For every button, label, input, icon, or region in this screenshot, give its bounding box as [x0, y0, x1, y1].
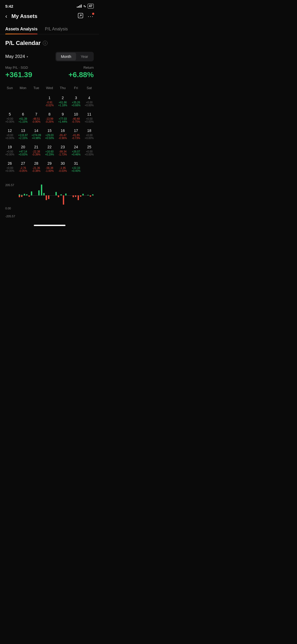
cell-percentage: +0.00% — [5, 169, 14, 172]
calendar-cell[interactable]: 21-22.38-0.39% — [30, 143, 43, 159]
cell-amount: -56.38 — [46, 167, 53, 169]
bar-group — [26, 183, 28, 210]
cell-day-number: 22 — [48, 145, 52, 149]
bar-group — [82, 183, 84, 210]
bar-group — [80, 183, 82, 210]
bar-group — [75, 183, 77, 210]
bar-group — [58, 183, 59, 210]
cell-percentage: +4.98% — [32, 137, 41, 140]
cell-day-number: 6 — [22, 112, 24, 116]
controls-row: May 2024 ▾ Month Year — [0, 52, 99, 66]
calendar-cell[interactable]: 12+0.00+0.00% — [3, 126, 16, 143]
month-selector[interactable]: May 2024 ▾ — [5, 54, 28, 59]
cell-percentage: +0.29% — [45, 153, 54, 156]
calendar-cell[interactable]: 2+61.86+1.18% — [56, 94, 69, 110]
bar-positive — [41, 185, 42, 195]
month-toggle[interactable]: Month — [56, 53, 76, 61]
calendar-cell[interactable]: 23-99.34-1.73% — [56, 143, 69, 159]
calendar-header: SunMonTueWedThuFriSat — [3, 84, 96, 91]
bar-negative — [90, 195, 91, 197]
cell-day-number: 2 — [62, 96, 64, 100]
calendar-cell[interactable]: 15+29.03+0.50% — [43, 126, 56, 143]
calendar-cell[interactable]: 4+0.00+0.00% — [83, 94, 96, 110]
calendar-cell[interactable]: 8-13.99-0.26% — [43, 110, 56, 126]
calendar-cell[interactable]: 27-2.76-0.05% — [16, 159, 30, 176]
export-icon[interactable] — [78, 13, 83, 20]
cell-day-number: 13 — [21, 128, 25, 133]
tab-pl-analysis[interactable]: P/L Analysis — [45, 24, 68, 34]
cell-day-number: 8 — [49, 112, 51, 116]
cell-day-number: 20 — [21, 145, 25, 149]
tab-assets-analysis[interactable]: Assets Analysis — [5, 24, 37, 34]
calendar-cell[interactable]: 3+35.26+0.66% — [69, 94, 83, 110]
calendar-grid: 1-0.91-0.02%2+61.86+1.18%3+35.26+0.66%4+… — [3, 94, 96, 176]
pl-summary: May P/L · SGD +361.39 Return +6.88% — [0, 66, 99, 84]
bar-negative — [63, 195, 64, 205]
notification-dot — [92, 13, 94, 15]
home-indicator — [34, 225, 65, 226]
calendar-cell[interactable]: 5+0.00+0.00% — [3, 110, 16, 126]
cell-day-number: 28 — [34, 161, 39, 165]
cell-percentage: -0.96% — [59, 137, 67, 140]
calendar-cell[interactable]: 29-56.38-1.00% — [43, 159, 56, 176]
bar-group — [55, 183, 57, 210]
bar-group — [21, 183, 23, 210]
cell-amount: +61.39 — [19, 117, 27, 120]
calendar-cell[interactable]: 17-41.85-0.73% — [69, 126, 83, 143]
calendar-cell[interactable]: 7-48.51-0.90% — [30, 110, 43, 126]
cell-day-number: 16 — [61, 128, 65, 133]
calendar-cell[interactable]: 30-1.95-0.03% — [56, 159, 69, 176]
calendar-cell[interactable]: 11+0.00+0.00% — [83, 110, 96, 126]
bar-group — [60, 183, 62, 210]
pl-value: +361.39 — [5, 71, 32, 79]
cell-amount: +274.09 — [31, 134, 41, 137]
cell-amount: +47.14 — [19, 150, 27, 153]
info-icon[interactable]: i — [43, 41, 48, 45]
cell-day-number: 25 — [87, 145, 91, 149]
battery-indicator: 47 — [88, 4, 94, 8]
calendar-cell[interactable]: 6+61.39+1.15% — [16, 110, 30, 126]
calendar-cell[interactable]: 26+0.00+0.00% — [3, 159, 16, 176]
calendar-cell[interactable]: 24+26.07+0.46% — [69, 143, 83, 159]
cell-amount: -2.76 — [20, 167, 26, 169]
bar-negative — [75, 195, 76, 197]
more-icon[interactable]: ··· — [88, 13, 94, 19]
cell-amount: +0.00 — [86, 117, 92, 120]
calendar-cell[interactable]: 18+0.00+0.00% — [83, 126, 96, 143]
cell-amount: +0.00 — [86, 150, 92, 153]
bar-group — [53, 183, 55, 210]
calendar-cell[interactable]: 1-0.91-0.02% — [43, 94, 56, 110]
bar-group — [72, 183, 74, 210]
cell-amount: -21.36 — [32, 167, 40, 169]
calendar-cell[interactable]: 19+0.00+0.00% — [3, 143, 16, 159]
year-toggle[interactable]: Year — [76, 53, 93, 61]
page-title: My Assets — [11, 13, 37, 19]
cell-day-number: 5 — [9, 112, 11, 116]
calendar-cell[interactable]: 16-55.47-0.96% — [56, 126, 69, 143]
calendar-cell[interactable]: 9+77.03+1.44% — [56, 110, 69, 126]
calendar-cell[interactable]: 14+274.09+4.98% — [30, 126, 43, 143]
bar-negative — [48, 195, 49, 199]
calendar-cell[interactable]: 20+47.14+0.83% — [16, 143, 30, 159]
calendar-cell[interactable]: 13+115.97+2.15% — [16, 126, 30, 143]
calendar-cell[interactable]: 10-40.48-0.75% — [69, 110, 83, 126]
bar-negative — [46, 195, 47, 200]
bar-group — [33, 183, 35, 210]
bar-group — [89, 183, 91, 210]
back-button[interactable]: ‹ — [5, 13, 7, 20]
cell-percentage: -0.02% — [45, 104, 54, 107]
calendar-cell[interactable]: 31+22.33+0.40% — [69, 159, 83, 176]
calendar-cell[interactable]: 28-21.36-0.38% — [30, 159, 43, 176]
calendar-cell[interactable]: 25+0.00+0.00% — [83, 143, 96, 159]
cell-day-number: 26 — [8, 161, 12, 165]
cell-amount: -41.85 — [72, 134, 80, 137]
calendar-cell[interactable]: 22+16.60+0.29% — [43, 143, 56, 159]
cell-percentage: +0.00% — [85, 120, 94, 123]
cell-day-number: 31 — [74, 161, 78, 165]
cell-percentage: -0.03% — [59, 169, 67, 172]
cell-day-number: 14 — [34, 128, 39, 133]
cell-percentage: +0.00% — [85, 137, 94, 140]
bar-group — [45, 183, 47, 210]
cell-amount: +0.00 — [6, 167, 13, 169]
status-icons: ∿ 47 — [77, 4, 94, 8]
